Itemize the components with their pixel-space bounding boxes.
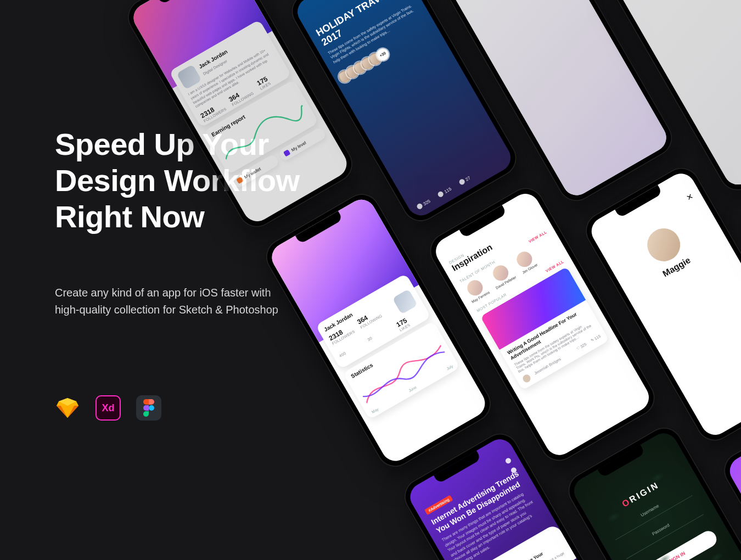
forgot-password-link[interactable]: Forgot your password? bbox=[635, 542, 737, 560]
sketch-icon bbox=[55, 395, 80, 421]
signin-button[interactable]: SIGN IN bbox=[634, 528, 719, 560]
adobe-xd-icon: Xd bbox=[96, 395, 121, 421]
figma-icon bbox=[136, 395, 161, 421]
svg-point-5 bbox=[149, 405, 154, 411]
tool-icons-row: Xd bbox=[55, 395, 362, 421]
hero-subhead: Create any kind of an app for iOS faster… bbox=[55, 284, 285, 318]
talent-person[interactable]: May Ferreira bbox=[463, 276, 490, 304]
talent-person[interactable]: Jim Glover bbox=[513, 248, 538, 275]
password-field[interactable]: Password bbox=[621, 505, 703, 559]
close-icon[interactable]: ✕ bbox=[685, 191, 695, 202]
username-field[interactable]: Username bbox=[610, 486, 692, 540]
